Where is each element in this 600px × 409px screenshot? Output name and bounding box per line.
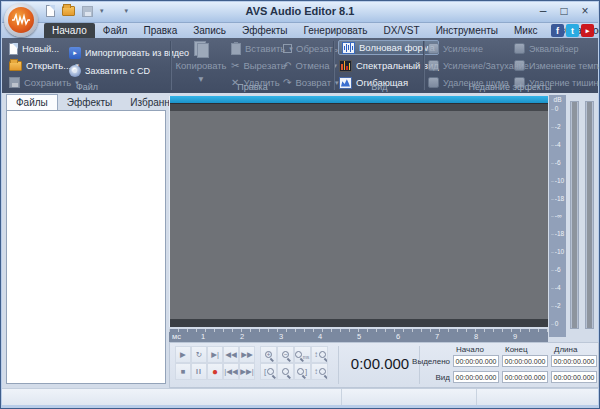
cut-button[interactable]: ✂ Вырезать — [231, 58, 286, 73]
stop-button[interactable]: ■ — [175, 363, 191, 380]
group-label-file: Файл — [5, 82, 169, 93]
play-button[interactable]: ▶ — [175, 346, 191, 363]
waveform-canvas[interactable] — [170, 111, 548, 319]
status-bar — [2, 388, 598, 405]
view-row-label: Вид — [408, 373, 450, 382]
group-label-view: Вид — [336, 82, 423, 93]
equalizer-button[interactable]: Эквалайзер — [514, 41, 578, 56]
tab-record[interactable]: Запись — [185, 23, 234, 38]
title-bar: ▾ ▾ AVS Audio Editor 8.1 – □ × — [2, 2, 598, 23]
play-to-end-button[interactable]: ▶| — [207, 346, 223, 363]
status-bar-cell — [477, 389, 598, 405]
tempo-change-button[interactable]: Изменение темпа — [514, 58, 600, 73]
amplify-button[interactable]: Усиление — [428, 41, 483, 56]
rewind-button[interactable]: ◀◀ — [223, 346, 239, 363]
view-length-field[interactable] — [551, 371, 597, 383]
selected-end-field[interactable] — [502, 355, 548, 367]
tab-dxvst[interactable]: DX/VST — [376, 23, 428, 38]
overview-bar[interactable] — [170, 96, 548, 103]
ribbon-group-edit: Копировать ▾ Вставить ▾ ✂ Вырезать ✕ Уда… — [173, 38, 332, 93]
horizontal-scrollbar[interactable] — [170, 319, 548, 327]
tab-generate[interactable]: Генерировать — [296, 23, 376, 38]
tab-file[interactable]: Файл — [95, 23, 136, 38]
tab-edit[interactable]: Правка — [135, 23, 185, 38]
zoom-in-icon: + — [265, 351, 272, 358]
minimize-button[interactable]: – — [536, 4, 550, 18]
zoom-out-button[interactable]: − — [277, 346, 294, 363]
pause-button[interactable]: II — [191, 363, 207, 380]
view-end-field[interactable] — [502, 371, 548, 383]
db-tick: -2 — [551, 302, 566, 309]
db-tick: -6 — [551, 159, 566, 166]
go-to-start-button[interactable]: |◀◀ — [223, 363, 239, 380]
db-scale: dB 0 -2 -4 -6 -10 -18 -∞ -18 -10 -6 -4 -… — [549, 95, 566, 337]
tab-home[interactable]: Начало — [44, 23, 95, 38]
tab-effects-panel[interactable]: Эффекты — [58, 94, 121, 110]
window-controls: – □ × — [536, 4, 592, 18]
spectral-icon — [339, 60, 352, 72]
time-display: 0:00.000 — [342, 355, 418, 372]
capture-from-cd-button[interactable]: Захватить с CD — [69, 63, 150, 78]
app-logo-icon — [8, 7, 34, 33]
zoom-custom-icon — [295, 351, 302, 358]
zoom-in-button[interactable]: + — [260, 346, 277, 363]
ribbon-separator — [333, 41, 335, 90]
ruler-tick: 5 — [357, 332, 361, 341]
level-meters — [568, 101, 596, 329]
maximize-button[interactable]: □ — [557, 4, 571, 18]
selected-start-field[interactable] — [453, 355, 499, 367]
db-tick: -18 — [551, 195, 566, 202]
tab-mix[interactable]: Микс — [506, 23, 545, 38]
content-area: Файлы Эффекты Избранное мс 1 2 3 4 5 6 7… — [2, 93, 598, 388]
record-button[interactable]: ● — [207, 363, 223, 380]
loop-icon: ↻ — [196, 350, 202, 359]
waveform-top-ruler[interactable] — [170, 103, 548, 111]
db-ticks: 0 -2 -4 -6 -10 -18 -∞ -18 -10 -6 -4 -2 0 — [549, 105, 566, 327]
loop-button[interactable]: ↻ — [191, 346, 207, 363]
close-button[interactable]: × — [578, 4, 592, 18]
rewind-icon: ◀◀ — [225, 350, 237, 359]
social-links: f t ▸ — [551, 24, 594, 37]
twitter-icon[interactable]: t — [566, 24, 579, 37]
selected-row-label: Выделено — [408, 357, 450, 366]
undo-button[interactable]: ↶ Отмена ▾ — [283, 58, 337, 73]
files-list[interactable] — [6, 110, 166, 384]
zoom-selection-start-button[interactable]: [ — [260, 363, 277, 380]
copy-button[interactable]: Копировать ▾ — [175, 39, 227, 85]
tab-effects[interactable]: Эффекты — [234, 23, 295, 38]
tab-files[interactable]: Файлы — [6, 94, 58, 110]
selected-length-field[interactable] — [551, 355, 597, 367]
ruler-tick: 4 — [318, 332, 322, 341]
new-button[interactable]: Новый... — [9, 41, 59, 56]
zoom-custom-button[interactable]: ms — [294, 346, 311, 363]
zoom-buttons: + − ms ↕ [ ] ↕ — [260, 346, 328, 380]
waveform-icon — [342, 42, 355, 54]
status-bar-cell — [2, 389, 342, 405]
window-title: AVS Audio Editor 8.1 — [2, 5, 598, 17]
trim-button[interactable]: Обрезать — [283, 41, 338, 56]
ribbon-separator — [170, 41, 172, 90]
facebook-icon[interactable]: f — [551, 24, 564, 37]
cd-icon — [69, 65, 81, 77]
undo-icon: ↶ — [283, 61, 291, 71]
go-to-end-icon: ▶▶| — [240, 367, 253, 376]
view-start-field[interactable] — [453, 371, 499, 383]
cut-icon: ✂ — [231, 61, 239, 71]
db-tick: -4 — [551, 284, 566, 291]
zoom-selection-end-button[interactable]: ] — [294, 363, 311, 380]
youtube-icon[interactable]: ▸ — [581, 24, 594, 37]
vertical-zoom-in-button[interactable]: ↕ — [311, 346, 328, 363]
ruler-tick: 8 — [474, 332, 478, 341]
vertical-zoom-out-button[interactable]: ↕ — [311, 363, 328, 380]
time-ruler[interactable]: мс 1 2 3 4 5 6 7 8 9 — [169, 329, 548, 342]
app-logo-button[interactable] — [4, 3, 38, 37]
play-to-end-icon: ▶| — [211, 350, 219, 359]
fast-forward-button[interactable]: ▶▶ — [239, 346, 255, 363]
go-to-end-button[interactable]: ▶▶| — [239, 363, 255, 380]
zoom-selection-icon — [282, 368, 289, 375]
ribbon: Новый... Открыть... ▾ Сохранить ▾ ▸ Импо… — [2, 38, 598, 93]
ruler-tick: 9 — [513, 332, 517, 341]
db-tick: 0 — [551, 105, 566, 112]
tab-tools[interactable]: Инструменты — [428, 23, 506, 38]
zoom-selection-button[interactable] — [277, 363, 294, 380]
